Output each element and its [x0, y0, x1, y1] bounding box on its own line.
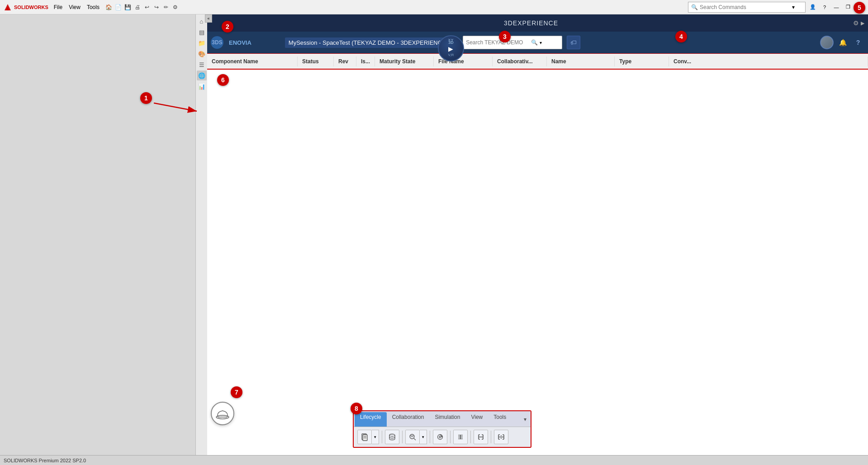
restore-btn[interactable]: ❐ — [843, 2, 854, 12]
tdx-settings-icon[interactable]: ⚙ — [853, 19, 859, 27]
save-icon[interactable]: 💾 — [124, 3, 132, 11]
sketch-icon[interactable]: ✏ — [162, 3, 170, 11]
separator-6 — [491, 431, 491, 443]
svg-point-18 — [439, 436, 441, 438]
ds-icon[interactable]: 3DS — [211, 36, 223, 49]
th-maturity-state[interactable]: Maturity State — [375, 56, 434, 66]
undo-icon[interactable]: ↩ — [143, 3, 151, 11]
tdx-title: 3DEXPERIENCE — [211, 19, 851, 27]
enovia-search-icon[interactable]: 🔍 — [531, 39, 538, 46]
table-area: 6 Component Name Status Rev Is... Maturi… — [207, 53, 868, 455]
toolbar-tabs: Lifecycle Collaboration Simulation View … — [354, 411, 531, 427]
close-btn[interactable]: ✕ — [854, 2, 865, 12]
enovia-search-dropdown-icon[interactable]: ▾ — [540, 40, 542, 45]
title-bar-left: SOLIDWORKS File View Tools 🏠 📄 💾 🖨 ↩ ↪ ✏… — [3, 2, 686, 12]
tdx-bar: 3 3DEXPERIENCE 4 ⚙ ▶ — [207, 14, 868, 32]
compass-widget[interactable]: XY 3D ▶ V,R — [438, 35, 464, 61]
help-icon[interactable]: ? — [819, 2, 830, 12]
compass-axes-label: XY — [448, 38, 454, 42]
search-filter-icon — [408, 433, 417, 441]
search-commands-input[interactable] — [700, 4, 790, 10]
compass-vr-label: V,R — [448, 53, 454, 57]
collapse-panel-btn[interactable]: « — [205, 14, 212, 23]
window-controls: 👤 ? — ❐ ✕ — [807, 2, 865, 12]
th-type[interactable]: Type — [615, 56, 669, 66]
menu-view[interactable]: View — [66, 3, 83, 11]
help-btn[interactable]: ? — [852, 36, 864, 49]
print-icon[interactable]: 🖨 — [133, 3, 142, 11]
lifecycle-doc-btn[interactable] — [357, 430, 372, 444]
title-bar: SOLIDWORKS File View Tools 🏠 📄 💾 🖨 ↩ ↪ ✏… — [0, 0, 868, 14]
rotate-btn[interactable] — [433, 430, 447, 444]
enovia-search-input[interactable] — [466, 39, 529, 46]
search-filter-btn[interactable] — [405, 430, 420, 444]
redo-icon[interactable]: ↪ — [152, 3, 161, 11]
user-avatar[interactable] — [820, 36, 834, 49]
database-btn[interactable] — [385, 430, 399, 444]
strip-globe[interactable]: 🌐 — [197, 70, 207, 80]
separator-2 — [402, 431, 403, 443]
enovia-logo-area: 3DS — [211, 36, 223, 49]
lifecycle-doc-icon — [360, 433, 369, 441]
th-status[interactable]: Status — [298, 56, 334, 66]
user-icon[interactable]: 👤 — [807, 2, 818, 12]
rotate-icon — [436, 433, 444, 441]
th-rev[interactable]: Rev — [334, 56, 356, 66]
hbracket2-btn[interactable] — [494, 430, 508, 444]
enovia-bar: 3DS ENOVIA XY 3D ▶ V,R MySession - Space… — [207, 32, 868, 53]
toolbar-expand-icon[interactable]: ▾ — [521, 412, 530, 427]
tab-tools[interactable]: Tools — [488, 412, 512, 427]
strip-list[interactable]: ☰ — [197, 60, 207, 70]
separator-1 — [382, 431, 382, 443]
menu-tools[interactable]: Tools — [84, 3, 102, 11]
th-collaborative[interactable]: Collaborativ... — [493, 56, 547, 66]
strip-palette[interactable]: 🎨 — [197, 49, 207, 59]
toolbar-icons: 🏠 📄 💾 🖨 ↩ ↪ ✏ ⚙ — [105, 3, 180, 11]
session-text: MySession - SpaceTest (TEKYAZ DEMO - 3DE… — [289, 39, 448, 46]
th-is[interactable]: Is... — [356, 56, 375, 66]
tab-simulation[interactable]: Simulation — [429, 412, 465, 427]
lifecycle-doc-dropdown[interactable]: ▾ — [372, 430, 379, 444]
session-dropdown[interactable]: MySession - SpaceTest (TEKYAZ DEMO - 3DE… — [285, 38, 456, 48]
add-btn[interactable] — [453, 430, 468, 444]
compass-play-icon: ▶ — [448, 45, 453, 52]
add-icon — [456, 433, 465, 441]
th-name[interactable]: Name — [547, 56, 615, 66]
new-icon[interactable]: 🏠 — [105, 3, 113, 11]
title-menu: File View Tools — [51, 3, 102, 11]
solidworks-logo: SOLIDWORKS — [3, 2, 48, 12]
table-header: Component Name Status Rev Is... Maturity… — [207, 53, 868, 70]
helmet-float-btn[interactable] — [211, 402, 234, 425]
notification-btn[interactable]: 🔔 — [836, 36, 849, 49]
helmet-icon — [215, 407, 230, 420]
separator-3 — [430, 431, 430, 443]
strip-layers[interactable]: ▤ — [197, 27, 207, 37]
strip-chart[interactable]: 📊 — [197, 81, 207, 91]
options-icon[interactable]: ⚙ — [171, 3, 180, 11]
left-sidebar: ⌂ ▤ 📁 🎨 ☰ 🌐 📊 — [0, 14, 207, 455]
search-filter-dropdown[interactable]: ▾ — [420, 430, 427, 444]
tag-button[interactable]: 🏷 — [567, 36, 580, 49]
tab-view[interactable]: View — [465, 412, 488, 427]
tab-collaboration[interactable]: Collaboration — [387, 412, 430, 427]
tdx-expand-icon[interactable]: ▶ — [861, 20, 864, 26]
strip-folder[interactable]: 📁 — [197, 38, 207, 48]
solidworks-label: SOLIDWORKS — [14, 5, 48, 10]
th-conv[interactable]: Conv... — [669, 56, 868, 66]
separator-5 — [470, 431, 471, 443]
hbracket1-icon — [477, 433, 485, 441]
hbracket1-btn[interactable] — [474, 430, 488, 444]
search-dropdown-icon[interactable]: ▾ — [792, 4, 795, 10]
search-commands-box[interactable]: 🔍 ▾ — [688, 2, 806, 13]
tab-lifecycle[interactable]: Lifecycle — [355, 412, 387, 427]
minimize-btn[interactable]: — — [831, 2, 842, 12]
th-component-name[interactable]: Component Name — [207, 56, 298, 66]
btn-group-2: ▾ — [405, 430, 427, 444]
menu-file[interactable]: File — [51, 3, 65, 11]
compass-inner: 3D ▶ V,R — [448, 40, 454, 57]
open-icon[interactable]: 📄 — [114, 3, 123, 11]
status-bar: SOLIDWORKS Premium 2022 SP2.0 — [0, 455, 868, 465]
main-panel: 3 3DEXPERIENCE 4 ⚙ ▶ 3DS ENOVIA XY 3D ▶ … — [207, 14, 868, 455]
btn-group-1: ▾ — [357, 430, 379, 444]
enovia-search[interactable]: 🔍 ▾ — [463, 36, 562, 49]
